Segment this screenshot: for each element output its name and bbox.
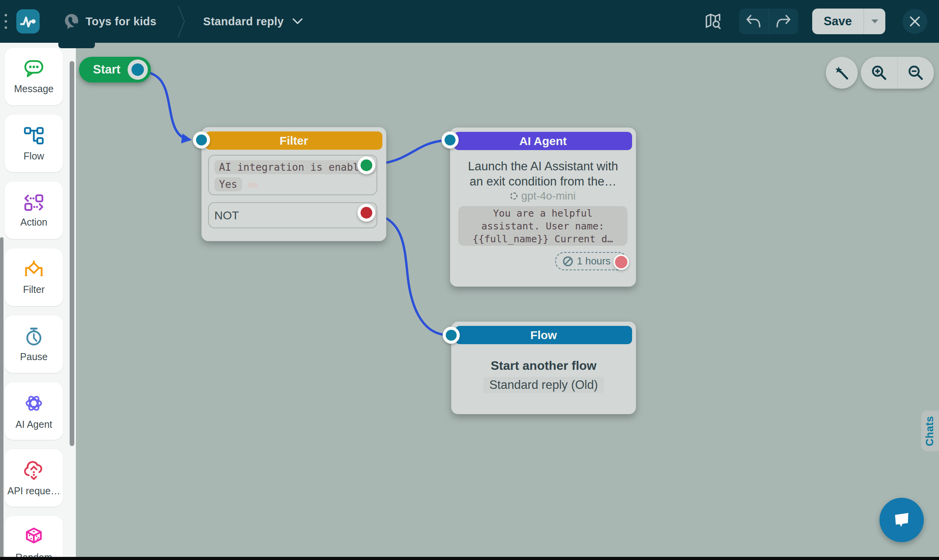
- palette-item-flow[interactable]: Flow: [5, 115, 63, 172]
- zoom-controls: [861, 57, 934, 89]
- breadcrumb-separator: [177, 4, 187, 38]
- api-request-icon: [23, 460, 45, 481]
- filter-else-row[interactable]: NOT: [208, 202, 377, 228]
- palette-item-api-request[interactable]: API reque…: [5, 449, 63, 507]
- palette-item-filter[interactable]: Filter: [5, 248, 63, 306]
- filter-value-chip: Yes: [214, 177, 242, 191]
- magic-wand-icon: [833, 64, 850, 81]
- viber-channel-icon: [64, 13, 79, 30]
- header-notch: [58, 43, 95, 48]
- ai-agent-model: gpt-4o-mini: [521, 190, 576, 202]
- zoom-out-button[interactable]: [897, 57, 934, 89]
- zoom-in-icon: [870, 64, 888, 82]
- history-controls: [739, 9, 798, 34]
- ai-agent-description: Launch the AI Assistant with an exit con…: [458, 159, 628, 189]
- page-scrollbar[interactable]: [0, 237, 4, 560]
- support-chat-button[interactable]: [879, 498, 924, 542]
- node-palette[interactable]: Message Flow Action: [0, 43, 76, 560]
- ai-agent-node-header[interactable]: AI Agent: [454, 132, 632, 150]
- palette-item-label: Pause: [20, 351, 48, 362]
- app-logo[interactable]: [16, 9, 40, 33]
- start-node[interactable]: Start: [79, 57, 151, 82]
- filter-node[interactable]: Filter AI integration is enabled Yes NOT: [201, 127, 386, 241]
- bot-name: Toys for kids: [86, 15, 156, 28]
- preview-map-button[interactable]: [704, 12, 722, 30]
- filter-not-port[interactable]: [357, 204, 375, 222]
- auto-arrange-button[interactable]: [826, 57, 858, 89]
- zoom-out-icon: [907, 64, 925, 82]
- flow-icon: [23, 126, 44, 146]
- close-editor-button[interactable]: [902, 9, 927, 34]
- ai-agent-exit-port[interactable]: [613, 254, 629, 270]
- ai-agent-prompt: You are a helpful assistant. User name: …: [458, 206, 627, 246]
- ai-agent-exit-timeout: 1 hours: [577, 255, 611, 267]
- palette-item-label: AI Agent: [16, 419, 53, 430]
- flow-input-port[interactable]: [443, 327, 460, 344]
- breadcrumb-bot[interactable]: Toys for kids: [64, 13, 156, 30]
- redo-icon: [775, 14, 792, 29]
- palette-item-message[interactable]: Message: [5, 48, 63, 105]
- map-search-icon: [704, 12, 722, 30]
- palette-item-label: Flow: [24, 150, 44, 162]
- message-icon: [23, 59, 44, 79]
- palette-scrollbar[interactable]: [70, 61, 74, 446]
- palette-item-label: Action: [20, 217, 47, 228]
- pause-icon: [24, 326, 44, 346]
- filter-condition-row[interactable]: AI integration is enabled Yes: [208, 155, 377, 195]
- header-actions: Save: [704, 9, 927, 34]
- flow-node-heading: Start another flow: [451, 359, 636, 373]
- save-split-button: Save: [812, 9, 885, 34]
- filter-icon: [23, 260, 45, 279]
- chats-side-tab[interactable]: Chats: [921, 411, 939, 451]
- close-icon: [909, 16, 920, 27]
- ai-agent-exit-condition[interactable]: 1 hours: [555, 252, 627, 270]
- ai-agent-icon: [23, 392, 45, 414]
- flow-node-header[interactable]: Flow: [455, 326, 632, 344]
- palette-item-pause[interactable]: Pause: [5, 315, 63, 373]
- chevron-down-icon: [292, 18, 303, 25]
- chats-tab-label: Chats: [924, 416, 936, 446]
- ai-agent-model-row: gpt-4o-mini: [450, 190, 636, 202]
- flow-node[interactable]: Flow Start another flow Standard reply (…: [451, 322, 636, 414]
- start-node-label: Start: [93, 63, 121, 77]
- filter-extra-chip: [247, 183, 258, 188]
- palette-item-random[interactable]: Random: [5, 516, 63, 560]
- action-icon: [23, 193, 44, 212]
- pulse-icon: [19, 12, 37, 30]
- filter-input-port[interactable]: [193, 131, 210, 149]
- palette-item-label: Message: [14, 83, 53, 94]
- start-output-port[interactable]: [128, 60, 148, 80]
- flow-node-target: Standard reply (Old): [483, 377, 604, 393]
- filter-node-header[interactable]: Filter: [205, 131, 382, 150]
- ai-agent-node[interactable]: AI Agent Launch the AI Assistant with an…: [450, 128, 636, 287]
- palette-item-label: API reque…: [7, 485, 60, 497]
- filter-yes-port[interactable]: [357, 156, 375, 174]
- kebab-menu-icon[interactable]: [3, 12, 9, 31]
- window-bottom-edge: [0, 557, 939, 560]
- zoom-in-button[interactable]: [861, 57, 897, 89]
- palette-item-ai-agent[interactable]: AI Agent: [5, 382, 63, 440]
- top-bar: Toys for kids Standard reply: [0, 0, 939, 43]
- flow-name: Standard reply: [203, 15, 284, 28]
- palette-item-action[interactable]: Action: [5, 182, 63, 239]
- block-icon: [562, 256, 574, 267]
- filter-else-label: NOT: [214, 209, 239, 222]
- ai-agent-input-port[interactable]: [441, 131, 459, 149]
- redo-button[interactable]: [768, 9, 798, 34]
- random-dice-icon: [23, 527, 44, 547]
- undo-button[interactable]: [739, 9, 769, 34]
- undo-icon: [745, 14, 762, 29]
- filter-condition-chip: AI integration is enabled: [214, 160, 376, 174]
- openai-icon: [510, 192, 517, 200]
- palette-item-label: Filter: [23, 284, 45, 295]
- flow-canvas[interactable]: Start Filter AI integration is enabled Y…: [76, 43, 939, 560]
- chat-bubble-icon: [890, 509, 913, 531]
- save-button[interactable]: Save: [812, 9, 864, 34]
- save-options-button[interactable]: [864, 9, 885, 34]
- caret-down-icon: [871, 19, 879, 24]
- flow-name-dropdown[interactable]: Standard reply: [203, 15, 303, 28]
- flow-edges: [76, 43, 939, 560]
